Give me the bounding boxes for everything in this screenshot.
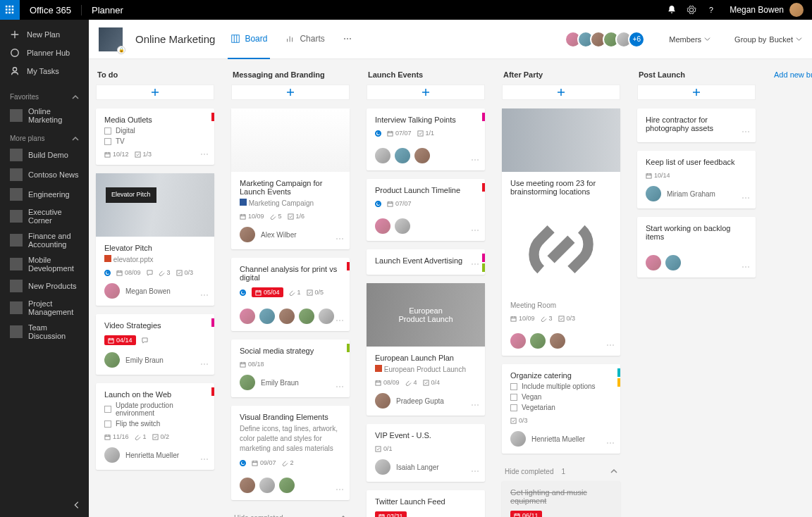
task-card[interactable]: Launch Event Advertising⋯ xyxy=(367,249,485,275)
card-menu-button[interactable]: ⋯ xyxy=(336,316,344,325)
chevron-up-icon xyxy=(72,94,79,101)
task-card[interactable]: Channel analysis for print vs digital05/… xyxy=(231,258,350,331)
checklist-item[interactable]: Vegetarian xyxy=(510,404,612,411)
checklist-item[interactable]: TV xyxy=(104,137,206,145)
task-card[interactable]: Elevator PitchElevator Pitch elevator.pp… xyxy=(96,173,214,306)
card-menu-button[interactable]: ⋯ xyxy=(606,438,615,448)
collapse-sidebar-button[interactable] xyxy=(72,500,82,510)
add-task-button[interactable] xyxy=(637,85,756,100)
plan-thumb xyxy=(10,109,23,122)
card-menu-button[interactable]: ⋯ xyxy=(742,127,750,137)
card-menu-button[interactable]: ⋯ xyxy=(336,234,344,244)
checkbox[interactable] xyxy=(104,127,111,135)
add-task-button[interactable] xyxy=(231,85,350,100)
my-tasks-link[interactable]: My Tasks xyxy=(0,62,89,80)
task-card[interactable]: Video Strategies04/14Emily Braun⋯ xyxy=(96,314,214,375)
checkbox[interactable] xyxy=(510,383,517,390)
sidebar-plan-item[interactable]: Mobile Development xyxy=(0,252,89,276)
card-menu-button[interactable]: ⋯ xyxy=(336,485,344,494)
checklist-item[interactable]: Update production environment xyxy=(104,401,206,417)
bucket-title[interactable]: After Party xyxy=(502,69,620,85)
sidebar-plan-item[interactable]: Build Demo xyxy=(0,145,89,165)
bucket-title[interactable]: Post Launch xyxy=(637,69,756,85)
checkbox[interactable] xyxy=(104,406,111,413)
user-menu[interactable]: Megan Bowen xyxy=(721,3,812,17)
plan-members[interactable]: +6 xyxy=(569,31,645,48)
board[interactable]: To doMedia OutletsDigitalTV10/121/3⋯Elev… xyxy=(89,59,812,517)
card-title: Organize catering xyxy=(510,371,612,380)
bucket-title[interactable]: To do xyxy=(96,69,214,85)
card-menu-button[interactable]: ⋯ xyxy=(200,149,209,159)
bucket-title[interactable]: Launch Events xyxy=(367,69,485,85)
add-task-button[interactable] xyxy=(502,85,620,100)
task-card[interactable]: Get lighting and music equipment06/11Com… xyxy=(502,481,620,517)
sidebar-plan-item[interactable]: Engineering xyxy=(0,185,89,204)
card-menu-button[interactable]: ⋯ xyxy=(742,262,750,272)
card-menu-button[interactable]: ⋯ xyxy=(471,259,479,269)
checkbox[interactable] xyxy=(510,394,517,401)
checkbox[interactable] xyxy=(104,138,111,145)
svg-rect-16 xyxy=(176,270,181,275)
card-menu-button[interactable]: ⋯ xyxy=(471,400,479,410)
add-bucket-button[interactable]: Add new bucket xyxy=(773,69,812,80)
card-menu-button[interactable]: ⋯ xyxy=(742,193,750,203)
sidebar-favorite-item[interactable]: Online Marketing xyxy=(0,104,89,127)
card-menu-button[interactable]: ⋯ xyxy=(471,225,479,235)
card-menu-button[interactable]: ⋯ xyxy=(336,382,344,392)
svg-rect-29 xyxy=(388,201,393,206)
checkbox[interactable] xyxy=(104,421,111,428)
checklist-item[interactable]: Digital xyxy=(104,127,206,135)
task-card[interactable]: European Product LaunchEuropean Launch P… xyxy=(367,283,485,416)
groupby-dropdown[interactable]: Group by Bucket xyxy=(734,35,802,44)
sidebar-plan-item[interactable]: Executive Corner xyxy=(0,204,89,228)
task-card[interactable]: Social media strategy08/18Emily Braun⋯ xyxy=(231,340,350,397)
task-card[interactable]: Visual Branding ElementsDefine icons, ta… xyxy=(231,406,350,500)
hide-completed-toggle[interactable]: Hide completed xyxy=(231,509,350,517)
task-card[interactable]: Twitter Launch Feed03/31Emily Braun⋯ xyxy=(367,490,485,517)
sidebar-plan-item[interactable]: Team Discussion xyxy=(0,320,89,344)
task-card[interactable]: Start working on backlog items⋯ xyxy=(637,217,756,278)
favorites-header[interactable]: Favorites xyxy=(0,86,89,104)
task-card[interactable]: Media OutletsDigitalTV10/121/3⋯ xyxy=(96,108,214,165)
card-menu-button[interactable]: ⋯ xyxy=(200,290,209,300)
new-plan-button[interactable]: New Plan xyxy=(0,25,89,44)
card-menu-button[interactable]: ⋯ xyxy=(471,466,479,476)
checkbox[interactable] xyxy=(510,404,517,411)
sidebar-plan-item[interactable]: Contoso News xyxy=(0,165,89,185)
task-card[interactable]: Hire contractor for photography assets⋯ xyxy=(637,108,756,142)
more-plans-header[interactable]: More plans xyxy=(0,127,89,145)
hide-completed-toggle[interactable]: Hide completed 1 xyxy=(502,462,620,481)
add-task-button[interactable] xyxy=(96,85,214,100)
task-card[interactable]: Product Launch Timeline07/07⋯ xyxy=(367,179,485,241)
task-card[interactable]: Organize cateringInclude multiple option… xyxy=(502,364,620,454)
task-card[interactable]: Marketing Campaign for Launch Events Mar… xyxy=(231,108,350,249)
help-icon[interactable]: ? xyxy=(701,0,721,20)
add-task-button[interactable] xyxy=(367,85,485,100)
task-card[interactable]: Keep list of user feedback10/14Miriam Gr… xyxy=(637,151,756,208)
task-card[interactable]: Interview Talking Points07/071/1⋯ xyxy=(367,108,485,170)
sidebar-plan-item[interactable]: Project Management xyxy=(0,296,89,320)
sidebar-plan-item[interactable]: New Products xyxy=(0,276,89,296)
notifications-icon[interactable] xyxy=(662,0,682,20)
sidebar-plan-item[interactable]: Finance and Accounting xyxy=(0,228,89,252)
tab-charts[interactable]: Charts xyxy=(283,20,327,59)
planner-hub-link[interactable]: Planner Hub xyxy=(0,44,89,62)
card-menu-button[interactable]: ⋯ xyxy=(471,155,479,165)
card-title: Channel analysis for print vs digital xyxy=(240,265,341,282)
card-menu-button[interactable]: ⋯ xyxy=(606,340,615,350)
checklist-item[interactable]: Flip the switch xyxy=(104,420,206,428)
task-card[interactable]: Use meeting room 23 for brainstorming lo… xyxy=(502,108,620,356)
settings-icon[interactable] xyxy=(682,0,701,20)
members-dropdown[interactable]: Members xyxy=(669,35,710,44)
more-menu[interactable]: ⋯ xyxy=(340,20,355,59)
task-card[interactable]: Launch on the WebUpdate production envir… xyxy=(96,383,214,470)
card-title: Get lighting and music equipment xyxy=(510,488,612,505)
checklist-item[interactable]: Vegan xyxy=(510,393,612,401)
card-menu-button[interactable]: ⋯ xyxy=(200,454,209,464)
app-launcher[interactable] xyxy=(0,0,20,20)
tab-board[interactable]: Board xyxy=(228,20,270,59)
card-menu-button[interactable]: ⋯ xyxy=(200,359,209,369)
bucket-title[interactable]: Messaging and Branding xyxy=(231,69,350,85)
checklist-item[interactable]: Include multiple options xyxy=(510,382,612,390)
task-card[interactable]: VIP Event - U.S.0/1Isaiah Langer⋯ xyxy=(367,424,485,482)
